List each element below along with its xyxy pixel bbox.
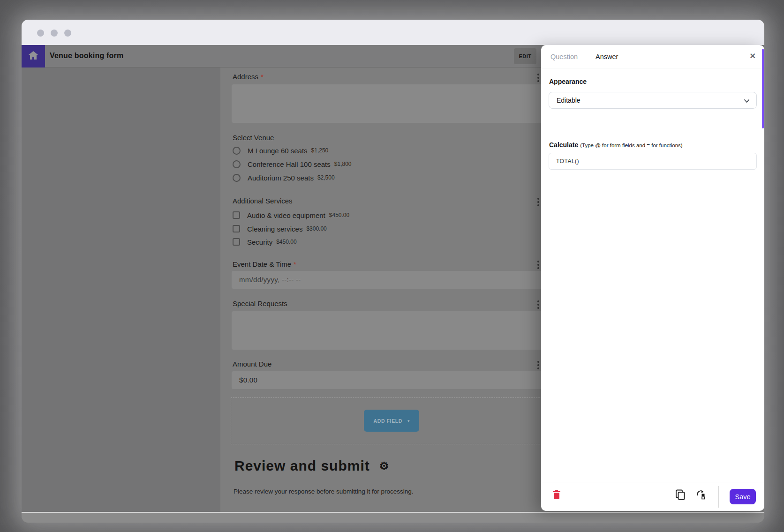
field-label-amount-due: Amount Due (233, 360, 271, 368)
datetime-placeholder: mm/dd/yyyy, --:-- -- (239, 276, 301, 284)
venue-option-1[interactable]: M Lounge 60 seats $1,250 (233, 145, 328, 156)
calculate-input[interactable]: TOTAL() (549, 153, 757, 170)
venue-option-3[interactable]: Auditorium 250 seats $2,500 (233, 172, 335, 183)
field-label-address: Address* (233, 73, 264, 81)
chevron-down-icon (744, 97, 750, 106)
radio-icon[interactable] (233, 174, 241, 182)
window-control-dot (64, 30, 71, 37)
amount-due-value: $0.00 (239, 376, 257, 384)
calculate-value: TOTAL() (556, 158, 579, 165)
panel-tab-bar: Question Answer ✕ (541, 45, 764, 68)
panel-scrollbar-thumb[interactable] (762, 49, 764, 128)
service-option-2[interactable]: Cleaning services $300.00 (233, 223, 327, 234)
field-menu-icon[interactable] (537, 74, 541, 82)
save-button[interactable]: Save (730, 489, 756, 504)
radio-icon[interactable] (233, 147, 241, 155)
close-icon[interactable]: ✕ (750, 52, 756, 60)
swap-field-type-button[interactable] (696, 490, 707, 501)
field-menu-icon[interactable] (537, 198, 541, 206)
field-label-select-venue: Select Venue (233, 134, 274, 142)
service-option-3[interactable]: Security $450.00 (233, 236, 297, 247)
review-description: Please review your response before submi… (234, 488, 413, 495)
footer-divider (718, 486, 719, 508)
field-settings-panel: Question Answer ✕ Appearance Editable Ca… (541, 45, 764, 511)
field-label-special-requests: Special Requests (233, 300, 287, 307)
appearance-selected-value: Editable (557, 97, 580, 104)
radio-icon[interactable] (233, 160, 241, 168)
home-button[interactable] (22, 45, 45, 67)
calculate-hint: (Type @ for form fields and = for functi… (580, 142, 682, 148)
field-menu-icon[interactable] (537, 361, 541, 369)
delete-field-button[interactable] (552, 490, 561, 501)
app-window: Venue booking form EDIT Address* Select … (22, 20, 764, 523)
page-title: Venue booking form (50, 52, 123, 60)
review-section-title: Review and submit ⚙ (234, 458, 389, 474)
copy-icon (675, 495, 686, 502)
checkbox-icon[interactable] (233, 238, 240, 246)
checkbox-icon[interactable] (233, 225, 240, 232)
left-rail (22, 67, 220, 512)
field-label-additional-services: Additional Services (233, 197, 293, 205)
appearance-select[interactable]: Editable (549, 92, 757, 109)
tab-answer[interactable]: Answer (596, 53, 618, 60)
home-icon (28, 51, 38, 62)
appearance-label: Appearance (549, 78, 587, 85)
field-label-event-datetime: Event Date & Time* (233, 260, 296, 268)
field-menu-icon[interactable] (537, 300, 541, 309)
field-menu-icon[interactable] (537, 261, 541, 269)
window-footer-band (22, 512, 764, 523)
required-mark: * (261, 73, 264, 81)
window-control-dot (51, 30, 58, 37)
required-mark: * (294, 260, 296, 268)
calculate-label: Calculate(Type @ for form fields and = f… (549, 141, 683, 149)
trash-icon (552, 494, 561, 501)
add-field-button[interactable]: ADD FIELD ▾ (364, 410, 419, 432)
tab-question[interactable]: Question (550, 53, 578, 60)
edit-button[interactable]: EDIT (514, 48, 536, 64)
caret-down-icon: ▾ (407, 419, 410, 423)
swap-field-icon (696, 494, 707, 501)
duplicate-field-button[interactable] (675, 489, 686, 502)
window-titlebar (22, 20, 764, 45)
checkbox-icon[interactable] (233, 211, 240, 219)
service-option-1[interactable]: Audio & video equipment $450.00 (233, 210, 349, 221)
panel-footer: Save (541, 482, 764, 511)
gear-icon[interactable]: ⚙ (379, 460, 390, 472)
window-control-dot (37, 30, 44, 37)
venue-option-2[interactable]: Conference Hall 100 seats $1,800 (233, 158, 351, 170)
